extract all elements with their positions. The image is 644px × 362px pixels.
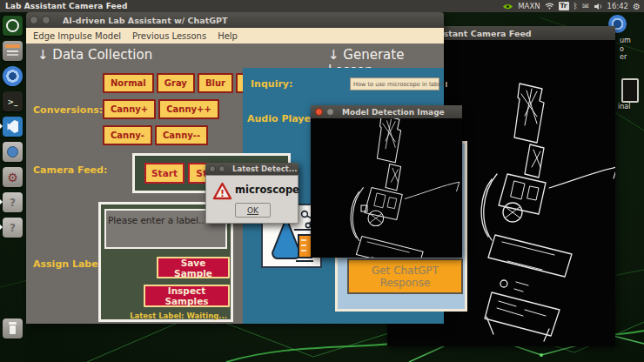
launcher-ubuntu-icon[interactable]	[3, 16, 23, 36]
model-window-title: Model Detection Image	[342, 108, 445, 117]
inquiry-label: Inquiry:	[251, 78, 292, 90]
dialog-message: microscope	[235, 184, 299, 196]
main-window-titlebar[interactable]: AI-driven Lab Assistant w/ ChatGPT	[26, 12, 444, 28]
model-window-titlebar[interactable]: Model Detection Image	[311, 105, 462, 118]
conversion-row-3: Canny- Canny--	[103, 125, 208, 145]
model-detection-window: Model Detection Image	[311, 105, 462, 258]
window-menu-icon[interactable]	[30, 16, 38, 24]
desktop-icon-terminal[interactable]	[621, 78, 639, 103]
latest-detection-dialog: Latest Detect... ! microscope OK	[205, 163, 299, 224]
menu-edge-impulse-model[interactable]: Edge Impulse Model	[33, 31, 121, 41]
save-sample-button[interactable]: Save Sample	[157, 257, 230, 278]
dropdown-indicator-icon	[446, 82, 447, 87]
camera-feed-label: Camera Feed:	[33, 164, 107, 176]
dialog-minimize-icon[interactable]	[218, 165, 225, 172]
session-gear-icon[interactable]: ⚙	[633, 2, 641, 11]
launcher-unknown-app-2-icon[interactable]: ?	[3, 218, 23, 238]
running-indicator-icon	[0, 225, 3, 230]
dialog-menu-icon[interactable]	[209, 165, 216, 172]
menu-help[interactable]: Help	[218, 31, 238, 41]
conversion-gray-button[interactable]: Gray	[157, 73, 195, 93]
warning-icon: !	[212, 182, 232, 200]
active-window-title: Lab Assistant Camera Feed	[5, 2, 127, 10]
conversion-canny-plusplus-button[interactable]: Canny++	[158, 99, 219, 119]
wifi-icon[interactable]	[545, 3, 554, 10]
desktop-icon-label: inal	[618, 103, 630, 111]
latest-label-status: Latest Label: Waiting...	[130, 312, 227, 320]
top-panel: Lab Assistant Camera Feed MAXN Tr ᛒ ✉ 16…	[0, 0, 644, 12]
down-arrow-icon: ↓	[37, 47, 49, 63]
get-chatgpt-response-button[interactable]: Get ChatGPT Response	[347, 258, 463, 294]
label-input-value: Please enter a label...	[108, 215, 207, 225]
keyboard-layout-indicator[interactable]: Tr	[559, 2, 569, 10]
running-indicator-icon	[0, 124, 3, 129]
launcher-files-icon[interactable]	[3, 41, 23, 61]
conversion-blur-button[interactable]: Blur	[198, 73, 233, 93]
conversion-row-2: Canny+ Canny++	[103, 99, 219, 119]
close-icon[interactable]	[315, 108, 323, 116]
edge-detected-microscope-image	[311, 118, 462, 258]
assign-label: Assign Label:	[33, 258, 105, 270]
launcher-dock: >_ ⚙ ? ?	[0, 12, 25, 362]
dialog-body: ! microscope OK	[205, 175, 299, 224]
launcher-unknown-app-1-icon[interactable]: ?	[3, 192, 23, 212]
launcher-terminal-icon[interactable]: >_	[3, 91, 23, 111]
dialog-title: Latest Detect...	[232, 164, 298, 173]
start-button[interactable]: Start	[144, 163, 184, 184]
nvidia-mode-label[interactable]: MAXN	[518, 2, 540, 10]
launcher-system-settings-icon[interactable]: ⚙	[3, 167, 23, 187]
window-minimize-icon[interactable]	[42, 16, 50, 24]
desktop: um o er inal Lab Assistant Camera Feed A…	[0, 0, 644, 362]
conversion-canny-plus-button[interactable]: Canny+	[103, 99, 156, 119]
bluetooth-icon[interactable]: ᛒ	[574, 2, 578, 10]
conversion-canny-minusminus-button[interactable]: Canny--	[155, 125, 208, 145]
model-detection-canvas	[311, 118, 462, 258]
ok-button[interactable]: OK	[235, 203, 271, 218]
data-collection-header: ↓ Data Collection	[37, 47, 152, 63]
dialog-titlebar[interactable]: Latest Detect...	[205, 163, 299, 175]
launcher-software-center-icon[interactable]	[3, 142, 23, 162]
running-indicator-icon	[0, 199, 3, 204]
inspect-samples-button[interactable]: Inspect Samples	[144, 285, 230, 307]
inquiry-dropdown[interactable]: How to use microscope in labs?	[350, 77, 439, 90]
launcher-vscode-icon[interactable]	[3, 117, 23, 137]
nvidia-icon[interactable]	[502, 3, 513, 10]
clock[interactable]: 16:42	[607, 2, 629, 10]
system-tray: MAXN Tr ᛒ ✉ 16:42 ⚙	[502, 2, 641, 11]
terminal-prompt-glyph: >_	[7, 97, 17, 106]
down-arrow-icon: ↓	[328, 47, 339, 63]
conversions-label: Conversions:	[33, 104, 103, 116]
conversion-canny-minus-button[interactable]: Canny-	[103, 125, 152, 145]
menu-previous-lessons[interactable]: Previous Lessons	[132, 31, 206, 41]
conversion-normal-button[interactable]: Normal	[103, 73, 154, 93]
main-window-title: AI-driven Lab Assistant w/ ChatGPT	[63, 16, 227, 25]
minimize-icon[interactable]	[326, 108, 334, 116]
desktop-icon-label: er	[620, 53, 627, 61]
volume-icon[interactable]	[594, 3, 603, 10]
inquiry-selected-value: How to use microscope in labs?	[353, 81, 444, 88]
gear-icon: ⚙	[7, 171, 18, 184]
desktop-icon-label: o	[620, 45, 624, 53]
launcher-trash-icon[interactable]	[3, 318, 23, 339]
launcher-chromium-icon[interactable]	[3, 66, 23, 86]
question-mark-glyph: ?	[10, 197, 16, 209]
desktop-icon-label: um	[620, 37, 631, 44]
question-mark-glyph: ?	[10, 222, 16, 234]
messages-icon[interactable]: ✉	[582, 2, 589, 10]
audio-player-label: Audio Player:	[247, 113, 319, 124]
svg-text:!: !	[220, 188, 225, 199]
menu-bar: Edge Impulse Model Previous Lessons Help	[26, 28, 444, 44]
